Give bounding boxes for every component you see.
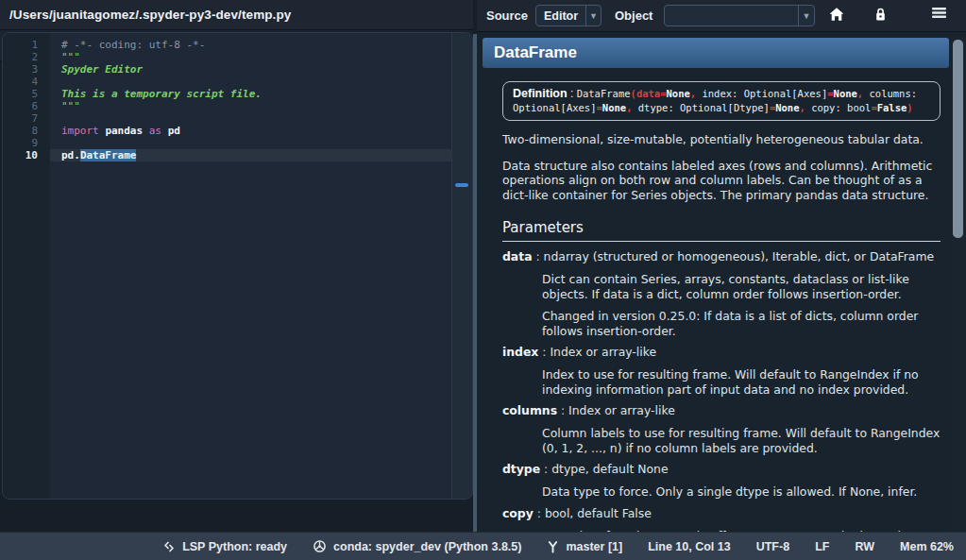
- signature-token: None: [667, 88, 690, 99]
- parameter-term: columns : Index or array-like: [502, 403, 941, 418]
- scrollflag-column[interactable]: [451, 33, 472, 499]
- lock-button[interactable]: [873, 7, 888, 23]
- parameter-entry: dtype : dtype, default NoneData type to …: [502, 462, 941, 500]
- chevron-down-icon: ▼: [798, 6, 814, 25]
- code-line[interactable]: # -*- coding: utf-8 -*-: [50, 39, 452, 51]
- parameter-type: Index or array-like: [550, 345, 656, 359]
- definition-colon: :: [568, 87, 577, 100]
- help-intro: Two-dimensional, size-mutable, potential…: [502, 132, 941, 202]
- help-scrollbar-track[interactable]: [950, 34, 966, 532]
- help-object-title: DataFrame: [483, 38, 949, 68]
- home-icon: [828, 7, 845, 22]
- code-line[interactable]: This is a temporary script file.: [50, 88, 452, 100]
- status-encoding-label: UTF-8: [756, 540, 789, 553]
- parameter-separator: :: [557, 403, 568, 417]
- conda-icon: [313, 539, 327, 553]
- code-token: # -*- coding: utf-8 -*-: [61, 39, 205, 51]
- file-path: /Users/juanitagomez/.spyder-py3-dev/temp…: [0, 8, 291, 22]
- parameter-entry: copy : bool, default FalseCopy data from…: [502, 506, 941, 533]
- status-permissions[interactable]: RW: [855, 540, 874, 553]
- status-interpreter[interactable]: conda: spyder_dev (Python 3.8.5): [313, 539, 521, 553]
- parameter-name: columns: [502, 403, 557, 417]
- editor-pane: /Users/juanitagomez/.spyder-py3-dev/temp…: [0, 0, 473, 532]
- signature-token: ): [907, 102, 912, 113]
- definition-box: Definition : DataFrame(data=None, index:…: [502, 81, 941, 121]
- line-number: 2: [3, 51, 50, 63]
- status-memory-label: Mem 62%: [900, 540, 954, 553]
- help-scrollbar-thumb[interactable]: [953, 40, 963, 238]
- code-line[interactable]: import pandas as pd: [50, 125, 452, 137]
- line-number: 8: [3, 125, 50, 137]
- code-line[interactable]: [50, 76, 452, 88]
- parameter-description: Index to use for resulting frame. Will d…: [542, 367, 941, 397]
- parameter-description: Changed in version 0.25.0: If data is a …: [542, 309, 941, 338]
- signature-token: False: [877, 102, 907, 113]
- spyder-window: /Users/juanitagomez/.spyder-py3-dev/temp…: [0, 0, 966, 560]
- file-path-bar: /Users/juanitagomez/.spyder-py3-dev/temp…: [0, 0, 473, 30]
- code-line[interactable]: [50, 137, 452, 149]
- parameter-description: Column labels to use for resulting frame…: [542, 426, 941, 455]
- code-token: import: [61, 125, 99, 137]
- code-token: [143, 125, 149, 137]
- status-bar: LSP Python: ready conda: spyder_dev (Pyt…: [0, 532, 966, 560]
- code-line[interactable]: pd.DataFrame: [50, 149, 452, 161]
- git-branch-icon: [547, 540, 559, 553]
- parameter-entry: columns : Index or array-likeColumn labe…: [502, 403, 941, 455]
- parameter-name: data: [502, 249, 533, 263]
- definition-label: Definition: [513, 87, 568, 100]
- status-lsp-label: LSP Python: ready: [182, 540, 287, 553]
- code-token: Spyder Editor: [61, 63, 143, 76]
- parameter-name: copy: [502, 506, 534, 520]
- source-combobox[interactable]: Editor ▼: [535, 5, 602, 26]
- code-token: DataFrame: [80, 149, 137, 161]
- parameter-separator: :: [538, 345, 550, 359]
- lsp-completions-icon: [162, 540, 176, 553]
- parameter-separator: :: [533, 249, 544, 263]
- status-encoding[interactable]: UTF-8: [756, 540, 789, 553]
- code-editor[interactable]: 12345678910 # -*- coding: utf-8 -*-"""Sp…: [2, 32, 473, 500]
- code-line[interactable]: Spyder Editor: [50, 63, 452, 76]
- status-eol[interactable]: LF: [815, 540, 829, 553]
- status-cursor-label: Line 10, Col 13: [648, 540, 731, 553]
- parameter-term: index : Index or array-like: [502, 345, 941, 360]
- signature-token: ,: [857, 88, 870, 99]
- code-line[interactable]: [50, 112, 452, 125]
- parameter-separator: :: [540, 462, 551, 476]
- object-combobox-input[interactable]: [665, 9, 798, 23]
- parameter-term: data : ndarray (structured or homogeneou…: [502, 249, 941, 264]
- object-label: Object: [615, 0, 652, 31]
- code-line[interactable]: """: [50, 51, 452, 63]
- line-number: 7: [3, 112, 50, 125]
- status-lsp[interactable]: LSP Python: ready: [162, 540, 287, 553]
- parameter-term: copy : bool, default False: [502, 506, 941, 521]
- help-paragraph: Two-dimensional, size-mutable, potential…: [502, 132, 941, 147]
- status-memory[interactable]: Mem 62%: [900, 540, 954, 553]
- source-combobox-value: Editor: [536, 9, 585, 23]
- help-options-menu-button[interactable]: [931, 7, 947, 19]
- status-cursor-position[interactable]: Line 10, Col 13: [648, 540, 731, 553]
- code-area[interactable]: # -*- coding: utf-8 -*-"""Spyder Editor …: [50, 33, 452, 499]
- code-token: [161, 125, 168, 137]
- code-token: pd.: [61, 149, 80, 161]
- parameter-name: dtype: [502, 462, 540, 476]
- current-line-marker: [455, 183, 468, 187]
- object-combobox[interactable]: ▼: [664, 5, 815, 26]
- signature-token: None: [602, 102, 626, 113]
- code-token: pandas: [105, 125, 143, 137]
- parameters-list: data : ndarray (structured or homogeneou…: [502, 249, 941, 532]
- hamburger-icon: [931, 7, 947, 19]
- help-paragraph: Data structure also contains labeled axe…: [502, 159, 941, 203]
- status-eol-label: LF: [815, 540, 829, 553]
- signature-token: None: [775, 102, 799, 113]
- status-git-branch[interactable]: master [1]: [547, 540, 622, 553]
- parameter-type: dtype, default None: [551, 462, 668, 476]
- signature-token: ,: [800, 102, 812, 113]
- lock-icon: [873, 7, 888, 23]
- code-token: This is a temporary script file.: [61, 88, 262, 100]
- parameter-description: Data type to force. Only a single dtype …: [542, 484, 941, 500]
- signature-token: index: Optional[Axes]: [702, 88, 827, 99]
- help-content[interactable]: DataFrame Definition : DataFrame(data=No…: [480, 34, 966, 532]
- parameter-entry: data : ndarray (structured or homogeneou…: [502, 249, 941, 338]
- code-line[interactable]: """: [50, 100, 452, 112]
- home-button[interactable]: [828, 7, 845, 22]
